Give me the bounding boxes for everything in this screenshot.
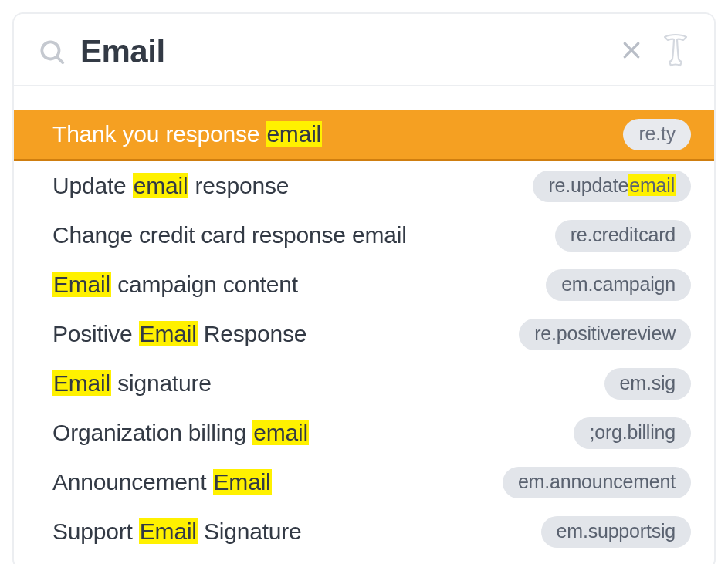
result-tag-pill: em.sig [604, 368, 691, 400]
snippet-search-panel: Thank you response emailre.tyUpdate emai… [12, 12, 716, 564]
result-row[interactable]: Announcement Emailem.announcement [14, 458, 714, 507]
highlight: Email [139, 321, 198, 346]
search-input[interactable] [80, 33, 606, 70]
highlight: email [252, 420, 309, 445]
result-tag-pill: ;org.billing [574, 417, 691, 449]
result-tag-pill: re.ty [623, 119, 691, 150]
result-title: Email campaign content [52, 272, 298, 298]
result-row[interactable]: Organization billing email;org.billing [14, 408, 714, 458]
spacer [14, 86, 714, 110]
search-icon [37, 37, 66, 66]
search-actions [620, 32, 691, 71]
result-title: Support Email Signature [52, 518, 302, 545]
result-row[interactable]: Support Email Signatureem.supportsig [14, 507, 714, 556]
highlight: Email [52, 272, 111, 297]
result-tag-pill: re.creditcard [555, 220, 691, 252]
result-row[interactable]: Positive Email Responsere.positivereview [14, 309, 714, 359]
result-row[interactable]: Update email responsere.updateemail [14, 161, 714, 211]
highlight: Email [213, 469, 272, 495]
result-title: Change credit card response email [52, 222, 407, 248]
highlight: email [133, 173, 189, 198]
results-list: Thank you response emailre.tyUpdate emai… [14, 110, 714, 556]
result-tag-pill: em.supportsig [541, 516, 691, 548]
highlight: email [628, 174, 676, 196]
result-row[interactable]: Thank you response emailre.ty [14, 110, 714, 161]
result-row[interactable]: Email campaign contentem.campaign [14, 260, 714, 309]
result-title: Update email response [52, 173, 289, 199]
result-row[interactable]: Change credit card response emailre.cred… [14, 211, 714, 260]
search-bar [14, 14, 714, 85]
result-tag-pill: em.announcement [503, 467, 691, 498]
result-tag-pill: re.updateemail [533, 171, 691, 202]
highlight: Email [52, 370, 111, 396]
result-title: Thank you response email [52, 121, 322, 147]
result-row[interactable]: Email signatureem.sig [14, 359, 714, 408]
close-icon[interactable] [620, 39, 643, 65]
result-title: Email signature [52, 370, 212, 397]
svg-line-1 [57, 57, 63, 63]
result-title: Organization billing email [52, 420, 309, 446]
result-title: Positive Email Response [52, 321, 306, 347]
result-tag-pill: em.campaign [546, 269, 691, 301]
textexpander-t-icon[interactable] [660, 32, 691, 71]
highlight: Email [139, 518, 198, 544]
result-title: Announcement Email [52, 469, 272, 495]
highlight: email [266, 121, 322, 147]
result-tag-pill: re.positivereview [519, 319, 691, 350]
spacer [14, 556, 714, 564]
